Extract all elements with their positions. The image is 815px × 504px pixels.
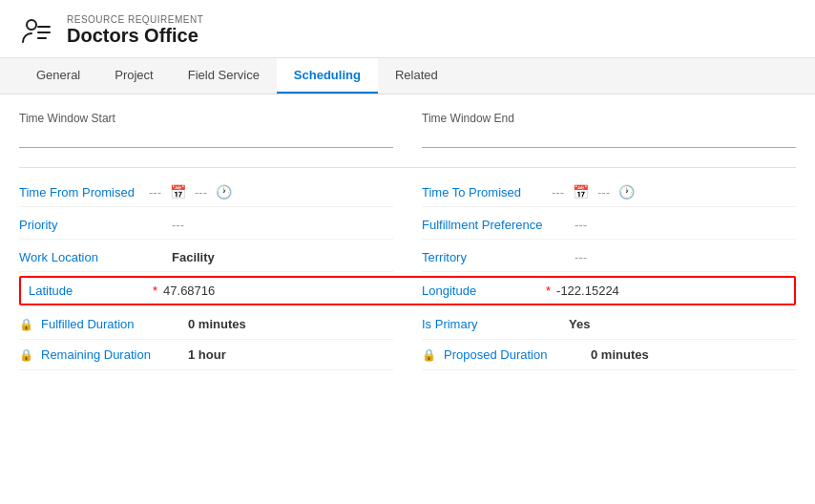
calendar-icon-to[interactable]: 📅 bbox=[570, 184, 592, 200]
tab-scheduling[interactable]: Scheduling bbox=[277, 58, 378, 94]
fulfilled-duration-field: 🔒 Fulfilled Duration 0 minutes bbox=[19, 309, 393, 340]
time-window-row: Time Window Start Time Window End bbox=[19, 112, 796, 158]
tab-project[interactable]: Project bbox=[97, 58, 170, 94]
time-window-start-group: Time Window Start bbox=[19, 112, 393, 148]
page-title: Doctors Office bbox=[67, 25, 203, 47]
time-to-promised-label: Time To Promised bbox=[422, 185, 546, 200]
is-primary-value: Yes bbox=[569, 317, 590, 331]
resource-requirement-label: RESOURCE REQUIREMENT bbox=[67, 14, 203, 25]
lock-icon-fulfilled: 🔒 bbox=[19, 318, 33, 331]
svg-point-0 bbox=[27, 20, 36, 30]
bottom-section: 🔒 Fulfilled Duration 0 minutes Is Primar… bbox=[19, 309, 796, 370]
clock-icon-to[interactable]: 🕐 bbox=[616, 184, 637, 200]
calendar-icon-from[interactable]: 📅 bbox=[167, 184, 189, 200]
longitude-cell: Longitude * -122.15224 bbox=[422, 284, 786, 298]
is-primary-field: Is Primary Yes bbox=[422, 309, 796, 340]
fulfillment-preference-value: --- bbox=[575, 218, 587, 232]
time-to-time: --- bbox=[597, 185, 610, 200]
proposed-duration-label: Proposed Duration bbox=[444, 347, 587, 362]
time-window-start-input[interactable] bbox=[19, 127, 393, 148]
proposed-duration-field: 🔒 Proposed Duration 0 minutes bbox=[422, 340, 796, 370]
latitude-value: 47.68716 bbox=[163, 284, 215, 298]
page-header: RESOURCE REQUIREMENT Doctors Office bbox=[0, 0, 815, 58]
resource-requirement-icon bbox=[19, 13, 53, 48]
priority-label: Priority bbox=[19, 218, 172, 232]
work-location-value: Facility bbox=[172, 250, 215, 264]
remaining-duration-field: 🔒 Remaining Duration 1 hour bbox=[19, 340, 393, 370]
time-window-start-label: Time Window Start bbox=[19, 112, 393, 125]
fulfilled-primary-row: 🔒 Fulfilled Duration 0 minutes Is Primar… bbox=[19, 309, 796, 340]
time-window-end-input[interactable] bbox=[422, 127, 796, 148]
tab-related[interactable]: Related bbox=[378, 58, 455, 94]
header-text-block: RESOURCE REQUIREMENT Doctors Office bbox=[67, 14, 203, 47]
proposed-duration-value: 0 minutes bbox=[591, 347, 649, 362]
priority-fulfillment-section: Priority --- Fulfillment Preference --- bbox=[19, 211, 796, 240]
latitude-label: Latitude bbox=[29, 284, 153, 298]
latitude-cell: Latitude * 47.68716 bbox=[29, 284, 393, 298]
work-location-label: Work Location bbox=[19, 250, 172, 264]
fulfillment-preference-label: Fulfillment Preference bbox=[422, 218, 575, 232]
lat-long-section: Latitude * 47.68716 Longitude * -122.152… bbox=[19, 276, 796, 305]
lock-icon-proposed: 🔒 bbox=[422, 348, 436, 362]
time-window-end-group: Time Window End bbox=[422, 112, 796, 148]
time-from-time: --- bbox=[195, 185, 207, 200]
priority-row: Priority --- bbox=[19, 211, 393, 240]
territory-value: --- bbox=[575, 250, 587, 264]
tab-general[interactable]: General bbox=[19, 58, 97, 94]
longitude-label: Longitude bbox=[422, 284, 546, 298]
time-to-date: --- bbox=[552, 185, 564, 200]
remaining-duration-value: 1 hour bbox=[188, 347, 226, 362]
time-from-date: --- bbox=[149, 185, 161, 200]
remaining-proposed-row: 🔒 Remaining Duration 1 hour 🔒 Proposed D… bbox=[19, 340, 796, 370]
is-primary-label: Is Primary bbox=[422, 317, 565, 331]
latitude-required: * bbox=[153, 284, 157, 298]
time-from-promised-row: Time From Promised --- 📅 --- 🕐 bbox=[19, 178, 393, 207]
longitude-required: * bbox=[546, 284, 551, 298]
nav-tabs: General Project Field Service Scheduling… bbox=[0, 58, 815, 94]
remaining-duration-label: Remaining Duration bbox=[41, 347, 184, 362]
fulfilled-duration-label: Fulfilled Duration bbox=[41, 317, 184, 331]
fulfillment-row: Fulfillment Preference --- bbox=[422, 211, 796, 240]
work-territory-section: Work Location Facility Territory --- bbox=[19, 243, 796, 272]
time-window-end-label: Time Window End bbox=[422, 112, 796, 125]
fulfilled-duration-value: 0 minutes bbox=[188, 317, 246, 331]
clock-icon-from[interactable]: 🕐 bbox=[213, 184, 235, 200]
form-content: Time Window Start Time Window End Time F… bbox=[0, 94, 815, 388]
territory-label: Territory bbox=[422, 250, 575, 264]
lock-icon-remaining: 🔒 bbox=[19, 348, 33, 362]
work-location-row: Work Location Facility bbox=[19, 243, 393, 272]
time-promised-section: Time From Promised --- 📅 --- 🕐 Time To P… bbox=[19, 178, 796, 207]
time-from-promised-label: Time From Promised bbox=[19, 185, 143, 200]
territory-row: Territory --- bbox=[422, 243, 796, 272]
tab-field-service[interactable]: Field Service bbox=[171, 58, 277, 94]
longitude-value: -122.15224 bbox=[556, 284, 619, 298]
priority-value: --- bbox=[172, 218, 184, 232]
time-to-promised-row: Time To Promised --- 📅 --- 🕐 bbox=[422, 178, 796, 207]
